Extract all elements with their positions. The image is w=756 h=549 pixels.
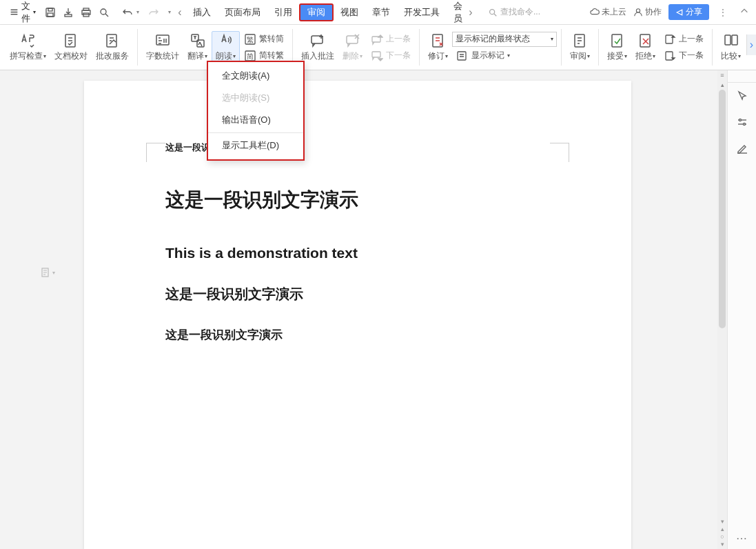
wordcount-button[interactable]: 字数统计 (142, 31, 183, 63)
compare-label: 比较 (721, 50, 737, 62)
redo-button[interactable] (145, 3, 163, 21)
menu-show-toolbar[interactable]: 显示工具栏(D) (208, 134, 303, 157)
doc-title[interactable]: 这是一段识别文字演示 (165, 187, 550, 213)
paragraph-handle[interactable]: ▾ (40, 267, 55, 278)
print-button[interactable] (77, 3, 95, 21)
svg-rect-6 (65, 14, 72, 17)
accept-label: 接受 (607, 50, 624, 62)
print-preview-button[interactable] (95, 3, 113, 21)
share-label: 分享 (686, 6, 702, 18)
revise-service-label: 批改服务 (96, 50, 129, 62)
prev-change-label: 上一条 (679, 33, 704, 45)
display-mode-combo[interactable]: 显示标记的最终状态 ▾ (452, 32, 557, 47)
print-icon (81, 7, 92, 18)
compare-button[interactable]: 比较▾ (717, 31, 745, 63)
undo-dropdown[interactable]: ▾ (136, 9, 139, 15)
tab-review[interactable]: 审阅 (299, 3, 334, 21)
simp-trad-icon: 简 (244, 50, 256, 62)
scroll-track[interactable] (719, 90, 726, 501)
tab-scroll-left[interactable]: ‹ (174, 4, 186, 21)
next-comment-label: 下一条 (386, 50, 411, 61)
next-change-button[interactable]: 下一条 (660, 48, 708, 63)
tab-member[interactable]: 会员 (447, 0, 464, 24)
svg-rect-5 (48, 13, 53, 17)
track-changes-button[interactable]: 修订▾ (424, 31, 452, 63)
comment-x-icon (345, 32, 361, 49)
translate-icon (190, 32, 206, 49)
tab-scroll-right[interactable]: › (464, 4, 477, 21)
sidebar-more[interactable]: ⋯ (728, 527, 756, 549)
file-menu[interactable]: 文件 ▾ (4, 0, 41, 24)
prev-change-button[interactable]: 上一条 (660, 32, 708, 47)
svg-rect-27 (372, 52, 380, 57)
doc-para-2[interactable]: 这是一段识别文字演示 (165, 327, 550, 343)
revise-service-button[interactable]: 批改服务 (92, 31, 133, 63)
collab-button[interactable]: 协作 (633, 6, 662, 18)
track-icon (430, 32, 447, 49)
read-aloud-button[interactable]: 朗读▾ (212, 31, 240, 63)
reject-label: 拒绝 (635, 50, 652, 62)
trad-to-simp-button[interactable]: 繁 繁转简 (240, 32, 288, 47)
delete-comment-button: 删除▾ (338, 31, 367, 63)
select-tool[interactable] (728, 83, 756, 109)
share-icon (675, 8, 684, 17)
cloud-status[interactable]: 未上云 (590, 6, 626, 18)
scroll-thumb[interactable] (719, 90, 726, 328)
highlight-tool[interactable] (728, 135, 756, 161)
ribbon-scroll-right[interactable]: › (746, 34, 756, 55)
insert-comment-label: 插入批注 (301, 50, 334, 62)
accept-button[interactable]: 接受▾ (603, 31, 631, 63)
scroll-split-icon[interactable]: ≡ (717, 70, 727, 80)
save-button[interactable] (41, 3, 59, 21)
qat-customize[interactable]: ▾ (168, 9, 171, 15)
tab-references[interactable]: 引用 (267, 0, 299, 24)
export-button[interactable] (59, 3, 77, 21)
translate-label: 翻译 (187, 50, 204, 62)
svg-point-12 (490, 9, 495, 14)
comment-plus-icon (309, 32, 326, 49)
scroll-up-button[interactable]: ▴ (717, 80, 727, 90)
menu-output-audio[interactable]: 输出语音(O) (208, 109, 303, 131)
marks-icon (456, 50, 469, 62)
sidebar-handle[interactable] (728, 76, 756, 83)
save-icon (45, 7, 56, 18)
next-change-label: 下一条 (679, 50, 704, 61)
margin-mark (146, 143, 165, 162)
doc-english[interactable]: This is a demonstration text (165, 245, 550, 261)
scroll-down-button[interactable]: ▾ (721, 519, 724, 525)
prev-page-button[interactable]: ▴ (721, 526, 724, 532)
cloud-icon (590, 8, 600, 17)
tab-insert[interactable]: 插入 (186, 0, 218, 24)
browse-object-button[interactable]: ○ (720, 534, 724, 540)
collapse-ribbon[interactable] (737, 6, 752, 18)
document-viewport[interactable]: ▾ 这是一段识别文字演示 这是一段识别文字演示 This is a demons… (0, 70, 727, 549)
vertical-scrollbar[interactable]: ≡ ▴ ▾ ▴ ○ ▾ (717, 70, 727, 549)
reject-button[interactable]: 拒绝▾ (631, 31, 660, 63)
read-aloud-menu: 全文朗读(A) 选中朗读(S) 输出语音(O) 显示工具栏(D) (207, 61, 305, 161)
doc-compare-button[interactable]: 文档校对 (50, 31, 92, 63)
share-button[interactable]: 分享 (668, 4, 709, 20)
wordcount-icon (154, 32, 171, 49)
svg-text:简: 简 (247, 52, 254, 60)
tab-page-layout[interactable]: 页面布局 (218, 0, 267, 24)
command-search[interactable]: 查找命令... (488, 6, 540, 18)
translate-button[interactable]: 翻译▾ (183, 31, 212, 63)
right-sidebar: ⋯ (727, 70, 756, 549)
undo-button[interactable] (119, 3, 136, 21)
export-icon (63, 7, 74, 18)
review-pane-button[interactable]: 审阅▾ (566, 31, 594, 63)
show-marks-button[interactable]: 显示标记▾ (452, 48, 557, 63)
tab-view[interactable]: 视图 (334, 0, 365, 24)
settings-tool[interactable] (728, 109, 756, 135)
spellcheck-button[interactable]: 拼写检查▾ (6, 31, 50, 63)
menu-separator (208, 132, 303, 133)
tab-developer[interactable]: 开发工具 (397, 0, 447, 24)
next-page-button[interactable]: ▾ (721, 541, 724, 548)
chevron-down-icon: ▾ (33, 9, 36, 15)
menu-read-all[interactable]: 全文朗读(A) (208, 65, 303, 87)
doc-para-1[interactable]: 这是一段识别文字演示 (165, 285, 550, 303)
more-menu[interactable]: ⋮ (716, 8, 730, 17)
document-page[interactable]: ▾ 这是一段识别文字演示 这是一段识别文字演示 This is a demons… (84, 81, 631, 549)
insert-comment-button[interactable]: 插入批注 (297, 31, 338, 63)
tab-sections[interactable]: 章节 (365, 0, 397, 24)
